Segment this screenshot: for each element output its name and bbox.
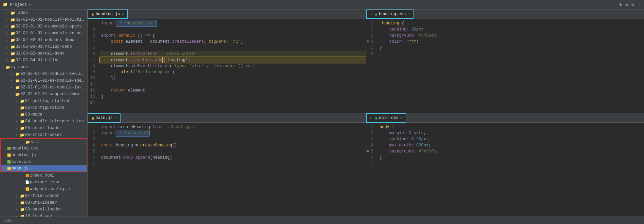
sidebar-item-heading-js[interactable]: 🟨heading.js	[0, 152, 87, 159]
editor-area: ▣heading.js×1234567891011121314import '.…	[88, 9, 644, 217]
tab-close-button[interactable]: ×	[114, 116, 116, 120]
sidebar-item-mc-f2[interactable]: ▸📁02-02-01-02-es-module-specs	[0, 77, 87, 84]
sidebar-item-mc-f3[interactable]: ▸📁02-02-01-03-es-module-in-node	[0, 84, 87, 91]
sidebar-item-my-code[interactable]: ▾📂my-code	[0, 64, 87, 70]
sidebar-item-f4[interactable]: ▸📁02-02-02-01-webpack-demo	[0, 37, 87, 43]
sidebar-item-main-js[interactable]: 🟨main.js	[0, 165, 87, 172]
sidebar-item-main-css[interactable]: 🟩main.css	[0, 159, 87, 165]
css-file-icon-main-css: 🟩	[6, 160, 12, 164]
line-numbers: 1234■567	[366, 123, 378, 217]
line-num-4: 4	[88, 142, 97, 148]
tree-arrow-f-07: ▸	[16, 194, 20, 198]
line-num-6: 6	[366, 155, 375, 161]
code-line-5: }	[378, 45, 644, 51]
code-area-pane-tl[interactable]: 1234567891011121314import './heading.css…	[88, 19, 366, 113]
tree-label-mc-f4-gs: 01-getting-started	[25, 99, 69, 103]
folder-icon-mc-f4-bundle: 📁	[20, 119, 25, 124]
line-num-3: 3	[88, 33, 97, 39]
line-num-6: 6	[366, 51, 375, 57]
sidebar-item-mc-f4[interactable]: ▾📂02-02-02-01-webpack-demo	[0, 91, 87, 98]
globe-icon[interactable]: ⊕	[619, 2, 622, 7]
tab-file-icon: ▣	[92, 116, 94, 120]
tab-maincss[interactable]: ✓◉main.css×	[366, 113, 406, 123]
code-line-2: padding: 20px;	[378, 26, 644, 33]
sidebar-item-heading-css[interactable]: 🟩heading.css	[0, 145, 87, 152]
line-num-5: ■5	[366, 148, 375, 155]
line-num-8: 8	[88, 63, 97, 69]
sidebar-item-mc-f4-gs[interactable]: ▸📁01-getting-started	[0, 98, 87, 104]
sidebar-item-f-09[interactable]: ▸📁09-babel-loader	[0, 206, 87, 213]
tree-arrow-f3: ▸	[6, 32, 10, 35]
code-line-1: .heading {	[378, 20, 644, 26]
sidebar-item-mc-f4-cfg[interactable]: ▸📁02-configuration	[0, 104, 87, 111]
settings-icon[interactable]: ⚙	[625, 2, 628, 7]
sidebar-item-index-html[interactable]: 🟧index.html	[0, 172, 87, 179]
sidebar-item-f-08[interactable]: ▸📁08-url-loader	[0, 199, 87, 206]
tree-label-f6: 02-03-02-parcel-demo	[16, 51, 65, 56]
tree-label-mc-f4-import: 06-import-asset	[25, 133, 62, 137]
gear-icon[interactable]: ⚙	[631, 2, 634, 7]
sidebar-item-f7[interactable]: ▸📁02-02-04-01-eslint	[0, 57, 87, 64]
folder-icon-f-10: 📁	[20, 214, 25, 217]
sidebar-item-f1[interactable]: ▸📁02-02-01-01-modular-evolution	[0, 16, 87, 23]
file-icon-package-json: 📄	[24, 180, 30, 184]
sidebar-item-f5[interactable]: ▸📁02-02-03-01-rollup-demo	[0, 43, 87, 50]
editor-pane-heading-css: ✓◉heading.css×123■456.heading { padding:…	[366, 9, 644, 113]
sidebar-item-mc-f4-mode[interactable]: ▸📁03-mode	[0, 111, 87, 118]
folder-icon-mc-f3: 📁	[15, 85, 20, 90]
sidebar-item-mc-f4-bundle[interactable]: ▸📁04-bundle-interpretation	[0, 118, 87, 125]
project-folder-icon: 📁	[3, 2, 8, 7]
folder-icon-mc-f4: 📂	[15, 92, 20, 97]
css-file-icon-heading-css: 🟩	[6, 147, 12, 150]
code-line-5	[100, 45, 366, 51]
line-num-2: 2	[366, 130, 375, 136]
line-numbers: 123■456	[366, 19, 378, 113]
tab-close-button[interactable]: ×	[122, 13, 124, 16]
sidebar-item-webpack-config[interactable]: 🟨webpack.config.js	[0, 186, 87, 192]
tree-label-f5: 02-02-03-01-rollup-demo	[16, 44, 72, 49]
code-line-5: background: #f4f8fb;	[378, 148, 644, 155]
code-area-pane-bl[interactable]: 1234567import createHeading from './head…	[88, 123, 366, 217]
tab-headingjs[interactable]: ▣heading.js×	[88, 9, 128, 19]
line-num-1: 1	[366, 20, 375, 26]
sidebar-item-src[interactable]: ▾📂src	[0, 138, 87, 145]
line-num-7: 7	[366, 161, 375, 167]
folder-icon-f-07: 📁	[20, 194, 25, 198]
sidebar-item-mc-f1[interactable]: ▸📁02-02-01-01-modular-evolution	[0, 70, 87, 77]
sidebar-item-f-10[interactable]: ▸📁10-load-way	[0, 213, 87, 217]
folder-icon-f5: 📁	[10, 45, 16, 49]
tab-headingcss[interactable]: ✓◉heading.css×	[366, 9, 413, 19]
tree-label-main-css: main.css	[12, 160, 31, 164]
sidebar-item-f2[interactable]: ▸📁02-02-01-02-es-module-specs	[0, 23, 87, 30]
tab-close-button[interactable]: ×	[400, 116, 402, 120]
tree-label-src: src	[31, 140, 38, 144]
line-num-13: 13	[88, 94, 97, 100]
code-area-pane-tr[interactable]: 123■456.heading { padding: 20px; backgro…	[366, 19, 644, 113]
sidebar-item-f3[interactable]: ▸📁02-02-01-03-es-module-in-node	[0, 30, 87, 37]
sidebar-item-f6[interactable]: ▸📁02-03-02-parcel-demo	[0, 50, 87, 57]
code-line-4: max-width: 800px;	[378, 142, 644, 148]
tree-label-f2: 02-02-01-02-es-module-specs	[16, 24, 81, 29]
code-lines: import createHeading from './heading.js'…	[100, 123, 366, 217]
tree-arrow-mc-f4-mode: ▸	[16, 113, 20, 117]
code-line-10: })	[100, 75, 366, 81]
sidebar-item-mc-f4-import[interactable]: ▾📂06-import-asset	[0, 131, 87, 138]
sidebar-item-idea[interactable]: ▸📁.idea	[0, 9, 87, 16]
tab-close-button[interactable]: ×	[407, 13, 409, 16]
tab-mainjs[interactable]: ▣main.js×	[88, 113, 121, 123]
sidebar-item-f-07[interactable]: ▸📁07-file-loader	[0, 192, 87, 199]
sidebar[interactable]: ▸📁.idea▸📁02-02-01-01-modular-evolution▸📁…	[0, 9, 88, 217]
code-area-pane-br[interactable]: 1234■567body { margin: 0 auto; padding: …	[366, 123, 644, 217]
tree-arrow-f6: ▸	[6, 52, 10, 56]
folder-icon-mc-f4-cfg: 📁	[20, 106, 25, 110]
tree-label-mc-f4: 02-02-02-01-webpack-demo	[20, 92, 79, 97]
editor-row-bottom: ▣main.js×1234567import createHeading fro…	[88, 113, 644, 217]
tab-file-icon: ◉	[375, 12, 378, 17]
folder-icon-f6: 📁	[10, 52, 16, 56]
tab-label: main.css	[379, 116, 399, 120]
tree-arrow-mc-f1: ▸	[11, 72, 15, 76]
tree-arrow-mc-f4-bundle: ▸	[16, 120, 20, 123]
sidebar-item-mc-f4-asset[interactable]: ▸📁05-asset-loader	[0, 125, 87, 131]
sidebar-item-package-json[interactable]: 📄package.json	[0, 179, 87, 186]
folder-icon-f1: 📁	[10, 18, 16, 22]
